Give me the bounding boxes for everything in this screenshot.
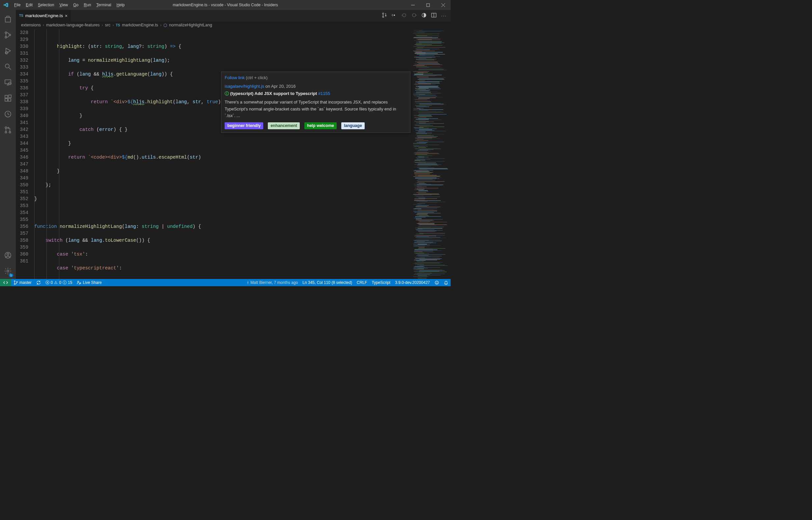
menu-help[interactable]: Help <box>114 0 128 10</box>
toggle-render-icon[interactable] <box>421 12 427 19</box>
breadcrumb-segment[interactable]: extensions <box>21 23 41 27</box>
svg-rect-0 <box>427 4 429 7</box>
branch-name: master <box>20 280 32 285</box>
explorer-icon[interactable] <box>0 11 16 27</box>
svg-point-13 <box>5 127 7 129</box>
svg-rect-10 <box>8 99 11 101</box>
menubar: File Edit Selection View Go Run Terminal… <box>11 0 127 10</box>
eol-indicator[interactable]: CRLF <box>355 279 369 286</box>
breadcrumb[interactable]: extensions› markdown-language-features› … <box>16 21 451 29</box>
remote-explorer-icon[interactable] <box>0 75 16 90</box>
svg-point-29 <box>78 281 79 282</box>
svg-point-23 <box>413 14 416 17</box>
tabs-bar: TS markdownEngine.ts × ··· <box>16 10 451 21</box>
problems-button[interactable]: ⓧ 0 ⚠ 0 ⓘ 15 <box>43 279 75 286</box>
pull-requests-icon[interactable] <box>0 122 16 138</box>
close-tab-icon[interactable]: × <box>65 13 67 19</box>
svg-rect-6 <box>5 80 11 84</box>
remote-indicator[interactable] <box>0 279 11 286</box>
tab-label: markdownEngine.ts <box>25 13 63 18</box>
svg-point-27 <box>14 284 15 285</box>
svg-point-21 <box>394 15 395 16</box>
maximize-button[interactable] <box>420 0 436 10</box>
window-controls <box>405 0 451 10</box>
feedback-icon[interactable] <box>432 279 441 286</box>
hover-widget: Follow link (ctrl + click) isagalaev/hig… <box>221 72 411 133</box>
hover-issue-number[interactable]: #1155 <box>318 91 330 96</box>
breadcrumb-segment[interactable]: src <box>105 23 111 27</box>
menu-go[interactable]: Go <box>71 0 81 10</box>
run-debug-icon[interactable] <box>0 43 16 59</box>
menu-terminal[interactable]: Terminal <box>93 0 114 10</box>
settings-gear-icon[interactable]: 1 <box>0 263 16 279</box>
svg-point-1 <box>5 32 7 34</box>
timeline-icon[interactable] <box>0 106 16 122</box>
svg-point-26 <box>14 281 15 282</box>
notifications-icon[interactable] <box>441 279 451 286</box>
svg-point-22 <box>402 14 406 17</box>
menu-edit[interactable]: Edit <box>23 0 35 10</box>
compare-changes-icon[interactable] <box>382 12 387 19</box>
cursor-position[interactable]: Ln 345, Col 110 (8 selected) <box>300 279 355 286</box>
hover-author-link[interactable]: isagalaev/highlight.js <box>225 84 264 89</box>
vscode-logo-icon <box>0 0 11 10</box>
split-editor-icon[interactable] <box>431 12 437 19</box>
svg-point-20 <box>383 16 384 18</box>
language-mode[interactable]: TypeScript <box>369 279 393 286</box>
label-beginner-friendly: beginner friendly <box>225 122 263 129</box>
typescript-file-icon: TS <box>116 23 120 27</box>
prev-change-icon[interactable] <box>401 12 407 19</box>
go-back-icon[interactable] <box>392 12 397 19</box>
svg-rect-8 <box>5 95 7 98</box>
warning-count: 0 <box>59 280 61 285</box>
svg-point-15 <box>9 132 11 133</box>
accounts-icon[interactable] <box>0 247 16 263</box>
hover-labels: beginner friendly enhancement help welco… <box>225 122 407 129</box>
code-area[interactable]: highlight: (str: string, lang?: string) … <box>34 29 411 279</box>
text-editor[interactable]: 3283293303313323333343353363373383393403… <box>16 29 451 279</box>
follow-link[interactable]: Follow link <box>225 75 245 80</box>
sync-button[interactable] <box>34 279 43 286</box>
svg-point-18 <box>7 270 9 272</box>
extensions-icon[interactable] <box>0 90 16 106</box>
next-change-icon[interactable] <box>412 12 417 19</box>
tab-markdownEngine[interactable]: TS markdownEngine.ts × <box>16 10 71 21</box>
source-control-icon[interactable] <box>0 27 16 43</box>
menu-file[interactable]: File <box>11 0 23 10</box>
svg-point-5 <box>5 64 9 68</box>
menu-selection[interactable]: Selection <box>35 0 57 10</box>
svg-point-32 <box>436 282 437 282</box>
line-number-gutter: 3283293303313323333343353363373383393403… <box>16 29 34 279</box>
minimap[interactable] <box>411 29 451 279</box>
typescript-file-icon: TS <box>19 14 23 18</box>
breadcrumb-segment[interactable]: markdown-language-features <box>46 23 100 27</box>
search-icon[interactable] <box>0 59 16 75</box>
live-share-button[interactable]: Live Share <box>75 279 104 286</box>
close-button[interactable] <box>436 0 451 10</box>
follow-link-hint: (ctrl + click) <box>246 75 268 80</box>
label-language: language <box>341 122 365 129</box>
breadcrumb-file[interactable]: markdownEngine.ts <box>122 23 158 27</box>
menu-run[interactable]: Run <box>81 0 93 10</box>
git-blame-status[interactable]: ᚼ Matt Bierner, 7 months ago <box>245 279 300 286</box>
live-share-label: Live Share <box>83 280 102 285</box>
more-actions-icon[interactable]: ··· <box>441 13 447 18</box>
symbol-icon: ⬡ <box>163 23 167 28</box>
minimize-button[interactable] <box>405 0 420 10</box>
svg-point-3 <box>9 34 11 36</box>
titlebar: File Edit Selection View Go Run Terminal… <box>0 0 451 10</box>
label-help-welcome: help welcome <box>304 122 337 129</box>
label-enhancement: enhancement <box>268 122 300 129</box>
svg-point-17 <box>7 253 9 255</box>
issue-open-icon: ⓘ <box>225 91 229 96</box>
error-count: 0 <box>51 280 53 285</box>
svg-rect-11 <box>8 95 11 98</box>
editor-actions: ··· <box>382 10 451 21</box>
breadcrumb-symbol[interactable]: normalizeHighlightLang <box>169 23 212 27</box>
hover-body: There's a somewhat popular variant of Ty… <box>225 99 407 119</box>
svg-point-31 <box>435 281 439 285</box>
git-branch[interactable]: master <box>11 279 34 286</box>
typescript-version[interactable]: 3.9.0-dev.20200427 <box>393 279 432 286</box>
svg-point-2 <box>5 36 7 38</box>
menu-view[interactable]: View <box>57 0 71 10</box>
